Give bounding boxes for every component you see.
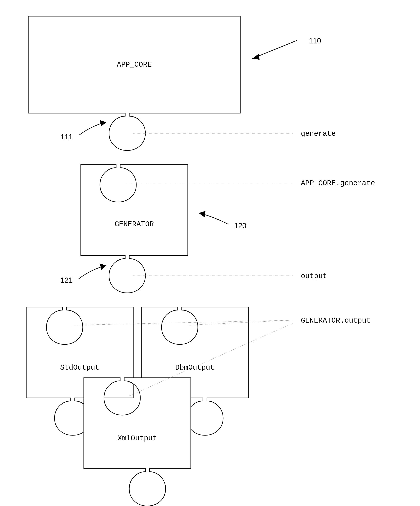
svg-marker-1 [100, 120, 106, 126]
ref-110: 110 [309, 37, 321, 45]
svg-marker-3 [100, 264, 106, 270]
box-generator [81, 165, 188, 293]
ref-120: 120 [234, 222, 246, 230]
label-xmloutput: XmlOutput [118, 434, 157, 443]
svg-marker-2 [199, 211, 205, 217]
label-dbmoutput: DbmOutput [175, 364, 214, 372]
box-app-core [28, 16, 240, 151]
ref-111: 111 [61, 133, 73, 141]
arrow-110 [252, 40, 297, 59]
label-app-core: APP_CORE [117, 60, 152, 69]
label-generator-output: GENERATOR.output [301, 317, 371, 325]
label-generator: GENERATOR [115, 220, 154, 228]
label-app-core-generate: APP_CORE.generate [301, 179, 375, 187]
label-generate: generate [301, 130, 336, 138]
ref-121: 121 [61, 276, 73, 284]
svg-marker-0 [252, 54, 259, 60]
label-output: output [301, 272, 327, 280]
label-stdoutput: StdOutput [60, 364, 99, 372]
